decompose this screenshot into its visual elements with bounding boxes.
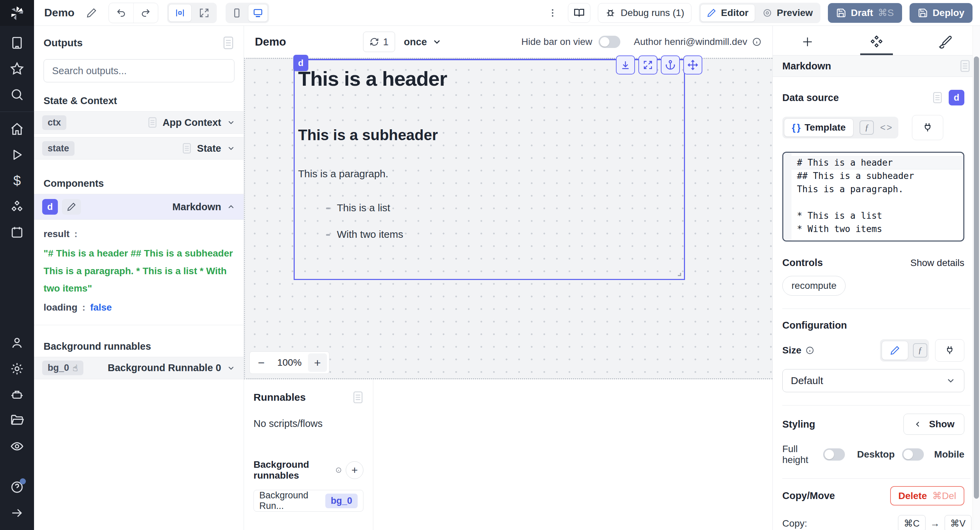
delete-component-button[interactable]: Delete ⌘Del — [890, 486, 964, 506]
info-icon[interactable] — [752, 37, 762, 47]
styling-show-button[interactable]: Show — [904, 414, 964, 435]
template-editor[interactable]: # This is a header ## This is a subheade… — [782, 152, 964, 241]
state-row[interactable]: state State — [34, 137, 243, 160]
editor-line[interactable]: * This is a list — [783, 209, 963, 222]
refresh-mode-value: once — [404, 36, 427, 48]
chevron-up-icon[interactable] — [227, 202, 235, 211]
sidebar-item-workers[interactable] — [9, 386, 25, 403]
sidebar-item-runs[interactable] — [9, 147, 25, 163]
undo-button[interactable] — [109, 3, 134, 23]
size-connect-button[interactable] — [935, 339, 964, 362]
refresh-count-button[interactable]: 1 — [363, 32, 395, 52]
panel-doc-icon[interactable] — [223, 36, 234, 50]
result-value[interactable]: "# This is a header ## This is a subhead… — [43, 244, 234, 297]
mobile-view-button[interactable] — [227, 4, 247, 22]
search-outputs-input[interactable] — [43, 59, 234, 83]
sidebar-item-variables[interactable]: $ — [9, 173, 25, 189]
tab-component-settings[interactable] — [842, 31, 911, 52]
ctx-row[interactable]: ctx App Context — [34, 111, 243, 134]
draft-button[interactable]: Draft ⌘S — [828, 3, 902, 23]
chevron-down-icon[interactable] — [227, 118, 235, 127]
markdown-component[interactable]: d — [294, 59, 685, 280]
editor-line[interactable]: ## This is a subheader — [783, 170, 963, 182]
move-handle[interactable] — [683, 56, 702, 75]
fullwidth-layout-button[interactable] — [193, 4, 215, 22]
component-output-block: result : "# This is a header ## This is … — [34, 220, 243, 325]
hide-bar-toggle[interactable] — [598, 36, 620, 48]
sidebar-item-schedules[interactable] — [9, 224, 25, 241]
fullscreen-handle[interactable] — [638, 56, 657, 75]
sidebar-item-search[interactable] — [9, 86, 25, 103]
edit-component-id-button[interactable] — [62, 199, 81, 215]
info-icon[interactable] — [805, 346, 814, 355]
tab-insert-component[interactable] — [773, 31, 842, 52]
template-mode-button[interactable]: { } Template — [784, 118, 853, 137]
more-menu-button[interactable] — [545, 5, 560, 21]
editor-line[interactable]: # This is a header — [783, 156, 963, 170]
full-height-toggle[interactable] — [823, 448, 845, 460]
loading-value: false — [90, 300, 112, 315]
preview-tab[interactable]: Preview — [756, 4, 819, 22]
docs-button[interactable] — [568, 3, 590, 23]
zoom-out-button[interactable]: − — [252, 354, 271, 372]
sidebar-item-folders[interactable] — [9, 412, 25, 428]
loading-line[interactable]: loading : false — [43, 300, 234, 315]
chevron-down-icon[interactable] — [227, 144, 235, 153]
state-context-heading: State & Context — [34, 85, 243, 111]
sidebar-item-settings[interactable] — [9, 360, 25, 377]
connect-mode-button[interactable] — [912, 115, 943, 140]
show-details-link[interactable]: Show details — [910, 257, 964, 268]
sidebar-item-home[interactable] — [9, 121, 25, 137]
expand-down-handle[interactable] — [616, 56, 635, 75]
chevron-down-icon[interactable] — [227, 363, 235, 373]
bg-runnable-row[interactable]: bg_0 ☝ Background Runnable 0 — [34, 357, 243, 379]
dots-vertical-icon — [547, 8, 558, 18]
canvas-grid[interactable]: d — [244, 58, 772, 379]
result-line[interactable]: result : — [43, 227, 234, 242]
sidebar-item-workspace[interactable] — [9, 35, 25, 51]
windmill-logo[interactable] — [0, 0, 34, 26]
debug-runs-button[interactable]: Debug runs (1) — [598, 3, 692, 23]
editor-line[interactable] — [783, 196, 963, 209]
kbd-cmd-v[interactable]: ⌘V — [945, 515, 972, 530]
scrollbar-thumb[interactable] — [974, 57, 979, 499]
recompute-button[interactable]: recompute — [782, 276, 846, 296]
sidebar-item-audit[interactable] — [9, 438, 25, 454]
sidebar-item-users[interactable] — [9, 335, 25, 351]
background-runnable-card[interactable]: Background Run... bg_0 — [253, 490, 363, 512]
centered-layout-button[interactable] — [169, 4, 192, 22]
panel-doc-icon[interactable] — [959, 60, 970, 73]
editor-line[interactable]: * With two items — [783, 222, 963, 236]
anchor-handle[interactable] — [661, 56, 680, 75]
size-static-button[interactable] — [882, 341, 908, 360]
resize-handle[interactable] — [675, 270, 682, 277]
desktop-toggle[interactable] — [902, 448, 924, 460]
code-mode-button[interactable]: < > — [880, 122, 897, 133]
refresh-mode-select[interactable]: once — [404, 36, 442, 48]
desktop-view-button[interactable] — [248, 4, 268, 22]
add-background-runnable-button[interactable]: + — [346, 461, 363, 479]
panel-doc-icon[interactable] — [353, 391, 363, 404]
component-d-row[interactable]: d Markdown — [34, 194, 243, 220]
sidebar-item-favorites[interactable] — [9, 60, 25, 77]
component-tag[interactable]: d — [293, 55, 308, 71]
editor-line[interactable]: This is a paragraph. — [783, 182, 963, 196]
size-select[interactable]: Default — [782, 369, 964, 392]
deploy-button[interactable]: Deploy — [910, 3, 972, 23]
function-mode-button[interactable]: ƒ — [859, 121, 874, 135]
rename-app-button[interactable] — [83, 5, 100, 21]
help-button[interactable] — [9, 479, 25, 495]
arrow-right-glyph: → — [930, 518, 940, 529]
zoom-in-button[interactable]: + — [308, 354, 327, 372]
calendar-icon — [10, 225, 24, 240]
component-id-badge[interactable]: d — [949, 90, 964, 105]
rail-group-admin — [9, 326, 25, 463]
expand-sidebar-button[interactable] — [9, 505, 25, 521]
tab-styling[interactable] — [911, 31, 980, 52]
sidebar-item-resources[interactable] — [9, 198, 25, 215]
kbd-cmd-c[interactable]: ⌘C — [898, 515, 926, 530]
size-function-button[interactable]: ƒ — [913, 343, 927, 357]
redo-button[interactable] — [134, 3, 158, 23]
inspector-scrollbar[interactable] — [972, 26, 980, 530]
editor-tab[interactable]: Editor — [700, 4, 755, 22]
